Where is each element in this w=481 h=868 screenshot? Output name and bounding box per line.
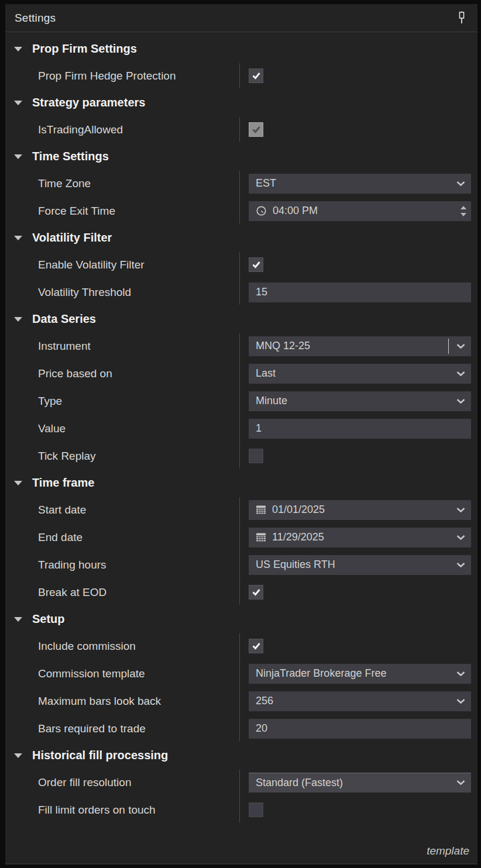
section-title: Time Settings — [32, 150, 109, 163]
bars-required-to-trade-input[interactable]: 20 — [249, 719, 471, 739]
break-at-eod-checkbox[interactable] — [249, 585, 263, 600]
setting-label: Start date — [5, 504, 239, 516]
setting-control — [239, 802, 477, 817]
setting-control — [239, 257, 477, 272]
price-based-on-value: Last — [256, 367, 276, 380]
section-rows: Start date01/01/2025End date11/29/2025Tr… — [5, 496, 477, 606]
pin-icon[interactable] — [455, 11, 468, 26]
settings-row: Force Exit Time04:00 PM — [5, 197, 477, 225]
setting-label: Break at EOD — [5, 586, 239, 599]
type-dropdown[interactable]: Minute — [249, 391, 471, 411]
order-fill-resolution-dropdown[interactable]: Standard (Fastest) — [249, 773, 471, 793]
istradingallowed-checkbox — [249, 122, 263, 137]
section-time-frame: Time frameStart date01/01/2025End date11… — [5, 470, 477, 606]
spinner-down-icon[interactable] — [461, 213, 466, 216]
trading-hours-dropdown[interactable]: US Equities RTH — [249, 555, 471, 575]
section-header-time-settings[interactable]: Time Settings — [5, 143, 477, 170]
titlebar: Settings — [5, 4, 477, 32]
setting-label: Commission template — [5, 667, 239, 680]
settings-row: Trading hoursUS Equities RTH — [5, 551, 477, 578]
commission-template-value: NinjaTrader Brokerage Free — [256, 667, 386, 680]
section-data-series: Data SeriesInstrumentMNQ 12-25Price base… — [5, 306, 477, 470]
collapse-triangle-icon — [14, 317, 22, 322]
value-input[interactable]: 1 — [249, 419, 471, 439]
include-commission-checkbox[interactable] — [249, 639, 263, 653]
setting-control: Last — [239, 364, 477, 384]
section-rows: Include commissionCommission templateNin… — [5, 632, 477, 742]
setting-label: Type — [5, 395, 239, 408]
setting-label: Fill limit orders on touch — [5, 804, 239, 817]
section-rows: Order fill resolutionStandard (Fastest)F… — [5, 769, 477, 824]
section-prop-firm-settings: Prop Firm SettingsProp Firm Hedge Protec… — [5, 36, 477, 89]
section-header-strategy-parameters[interactable]: Strategy parameters — [5, 89, 477, 116]
price-based-on-dropdown[interactable]: Last — [249, 364, 471, 384]
section-header-historical-fill-processing[interactable]: Historical fill processing — [5, 742, 477, 769]
setting-control: 15 — [239, 283, 477, 302]
time-zone-dropdown[interactable]: EST — [249, 174, 471, 194]
instrument-combobox[interactable]: MNQ 12-25 — [249, 336, 471, 356]
setting-control: 20 — [239, 719, 477, 739]
setting-control: MNQ 12-25 — [239, 336, 477, 356]
setting-control — [239, 639, 477, 653]
force-exit-time-time-field[interactable]: 04:00 PM — [249, 201, 471, 221]
setting-control: Standard (Fastest) — [239, 773, 477, 793]
volatility-threshold-value: 15 — [256, 286, 267, 298]
collapse-triangle-icon — [14, 154, 22, 159]
section-title: Volatility Filter — [32, 231, 112, 244]
clock-icon — [256, 205, 267, 216]
order-fill-resolution-value: Standard (Fastest) — [256, 777, 343, 789]
section-rows: InstrumentMNQ 12-25Price based onLastTyp… — [5, 332, 477, 470]
chevron-down-icon — [456, 343, 465, 349]
section-header-volatility-filter[interactable]: Volatility Filter — [5, 225, 477, 251]
setting-label: Order fill resolution — [5, 776, 239, 789]
end-date-date-picker[interactable]: 11/29/2025 — [249, 528, 471, 547]
settings-row: InstrumentMNQ 12-25 — [5, 332, 477, 360]
settings-row: Tick Replay — [5, 442, 477, 470]
spinner-up-icon[interactable] — [461, 206, 466, 209]
settings-row: Maximum bars look back256 — [5, 687, 477, 715]
checkmark-icon — [252, 72, 261, 80]
setting-control: Minute — [239, 391, 477, 411]
section-rows: Time ZoneESTForce Exit Time04:00 PM — [5, 170, 477, 225]
instrument-value: MNQ 12-25 — [256, 340, 310, 352]
tick-replay-checkbox[interactable] — [249, 449, 263, 463]
bars-required-to-trade-value: 20 — [256, 722, 267, 735]
section-title: Setup — [32, 612, 65, 626]
value-value: 1 — [256, 422, 262, 435]
section-header-time-frame[interactable]: Time frame — [5, 470, 477, 496]
setting-label: Bars required to trade — [5, 722, 239, 735]
setting-label: Value — [5, 422, 239, 435]
time-zone-value: EST — [256, 177, 276, 190]
settings-row: Prop Firm Hedge Protection — [5, 62, 477, 89]
fill-limit-orders-on-touch-checkbox[interactable] — [249, 802, 263, 817]
setting-control: 01/01/2025 — [239, 500, 477, 520]
settings-row: End date11/29/2025 — [5, 523, 477, 551]
maximum-bars-look-back-dropdown[interactable]: 256 — [249, 691, 471, 711]
section-setup: SetupInclude commissionCommission templa… — [5, 606, 477, 742]
settings-row: Start date01/01/2025 — [5, 496, 477, 523]
section-header-prop-firm-settings[interactable]: Prop Firm Settings — [5, 36, 477, 62]
volatility-threshold-input[interactable]: 15 — [249, 283, 471, 302]
start-date-date-picker[interactable]: 01/01/2025 — [249, 500, 471, 520]
sections-container: Prop Firm SettingsProp Firm Hedge Protec… — [5, 32, 477, 824]
section-header-setup[interactable]: Setup — [5, 606, 477, 632]
template-link[interactable]: template — [427, 845, 469, 857]
checkmark-icon — [252, 588, 261, 596]
spinner-control[interactable] — [461, 206, 466, 216]
prop-firm-hedge-protection-checkbox[interactable] — [249, 68, 263, 83]
chevron-down-icon — [456, 507, 465, 512]
setting-control: 256 — [239, 691, 477, 711]
commission-template-dropdown[interactable]: NinjaTrader Brokerage Free — [249, 664, 471, 684]
settings-panel: Settings Prop Firm SettingsProp Firm Hed… — [5, 4, 477, 864]
settings-row: Bars required to trade20 — [5, 715, 477, 742]
chevron-down-icon — [456, 780, 465, 786]
section-title: Prop Firm Settings — [32, 42, 137, 56]
section-volatility-filter: Volatility FilterEnable Volatility Filte… — [5, 225, 477, 306]
chevron-down-icon — [456, 671, 465, 676]
setting-label: Price based on — [5, 367, 239, 380]
section-header-data-series[interactable]: Data Series — [5, 306, 477, 332]
section-title: Historical fill processing — [32, 749, 168, 762]
enable-volatility-filter-checkbox[interactable] — [249, 257, 263, 272]
setting-control: EST — [239, 174, 477, 194]
setting-label: Instrument — [5, 340, 239, 353]
